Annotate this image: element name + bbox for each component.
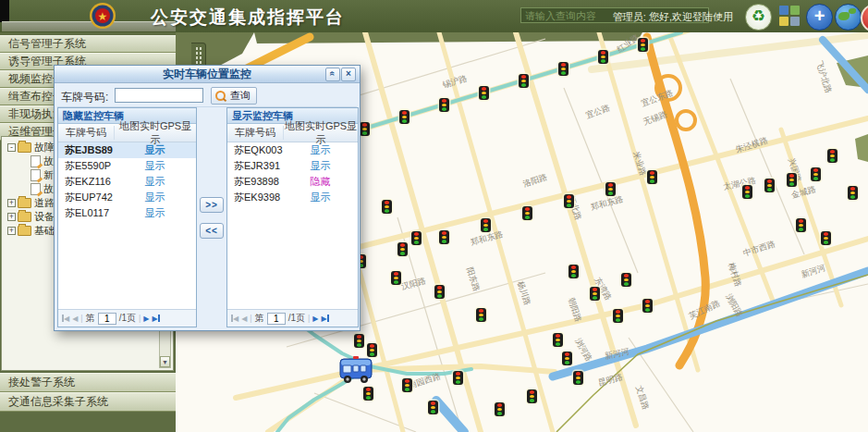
traffic-light-icon[interactable]: [354, 334, 364, 348]
traffic-light-icon[interactable]: [764, 179, 775, 192]
traffic-light-icon[interactable]: [598, 50, 608, 64]
collapse-icon[interactable]: -: [7, 143, 16, 152]
pager: ◀ ◀ | 第 /1页 | ▶ ▶: [58, 309, 196, 327]
page-number-input[interactable]: [98, 313, 116, 325]
traffic-light-icon[interactable]: [402, 378, 412, 392]
traffic-light-icon[interactable]: [573, 371, 583, 385]
add-icon[interactable]: +: [806, 4, 833, 31]
traffic-light-icon[interactable]: [363, 387, 373, 401]
traffic-light-icon[interactable]: [399, 110, 410, 124]
traffic-light-icon[interactable]: [613, 309, 623, 323]
vehicle-row[interactable]: 苏EQK003显示: [227, 142, 358, 158]
y-light: [394, 277, 398, 279]
prev-page-icon[interactable]: ◀: [241, 315, 247, 323]
vehicle-row[interactable]: 苏EJR391显示: [227, 158, 358, 174]
r-light: [456, 372, 460, 375]
vehicle-row[interactable]: 苏EJBS89显示: [58, 142, 196, 158]
traffic-light-icon[interactable]: [411, 231, 422, 245]
last-page-icon[interactable]: ▶: [322, 315, 329, 323]
show-link[interactable]: 显示: [145, 160, 165, 171]
show-link[interactable]: 显示: [311, 144, 331, 155]
sidebar-item-信号管理子系统[interactable]: 信号管理子系统: [0, 35, 176, 53]
traffic-light-icon[interactable]: [621, 273, 631, 287]
move-left-button[interactable]: <<: [200, 223, 224, 239]
sidebar-item-交通信息采集子系统[interactable]: 交通信息采集子系统: [0, 392, 176, 412]
globe-icon[interactable]: [835, 4, 862, 31]
pager-suffix: /1页: [119, 312, 136, 325]
tile: [790, 17, 800, 26]
traffic-light-icon[interactable]: [564, 194, 574, 208]
traffic-light-icon[interactable]: [553, 333, 563, 347]
scroll-down-arrow-icon[interactable]: ▼: [160, 356, 170, 367]
traffic-light-icon[interactable]: [428, 401, 438, 414]
traffic-light-icon[interactable]: [382, 200, 392, 214]
first-page-icon[interactable]: ◀: [62, 315, 69, 323]
first-page-icon[interactable]: ◀: [231, 315, 238, 323]
traffic-light-icon[interactable]: [848, 186, 858, 200]
traffic-light-icon[interactable]: [787, 173, 797, 187]
expand-icon[interactable]: +: [7, 227, 16, 235]
plate-number-input[interactable]: [115, 88, 203, 103]
last-page-icon[interactable]: ▶: [153, 315, 160, 323]
traffic-light-icon[interactable]: [527, 389, 537, 403]
traffic-light-icon[interactable]: [821, 231, 831, 245]
next-page-icon[interactable]: ▶: [143, 315, 149, 323]
sidebar-item-接处警子系统[interactable]: 接处警子系统: [0, 373, 176, 392]
vehicle-row[interactable]: 苏EL0117显示: [58, 205, 196, 221]
traffic-light-icon[interactable]: [742, 185, 752, 199]
recycle-icon[interactable]: ♻: [745, 4, 772, 31]
collapse-icon[interactable]: «: [325, 68, 340, 81]
traffic-light-icon[interactable]: [434, 285, 445, 299]
traffic-light-icon[interactable]: [638, 38, 648, 52]
show-link[interactable]: 显示: [145, 176, 165, 187]
y-light: [431, 406, 435, 409]
traffic-light-icon[interactable]: [476, 308, 486, 322]
show-link[interactable]: 显示: [311, 160, 331, 171]
power-icon[interactable]: [861, 4, 868, 32]
vehicle-row[interactable]: 苏EKZ116显示: [58, 174, 196, 190]
traffic-light-icon[interactable]: [562, 352, 572, 365]
traffic-light-icon[interactable]: [590, 287, 600, 301]
traffic-light-icon[interactable]: [827, 149, 837, 163]
y-light: [442, 104, 446, 106]
show-link[interactable]: 显示: [145, 191, 165, 203]
show-link[interactable]: 显示: [145, 207, 165, 218]
expand-icon[interactable]: +: [7, 213, 16, 221]
dialog-title-bar[interactable]: 实时车辆位置监控 « ×: [55, 66, 360, 83]
traffic-light-icon[interactable]: [495, 402, 505, 416]
traffic-light-icon[interactable]: [397, 242, 408, 256]
traffic-light-icon[interactable]: [481, 218, 491, 232]
traffic-light-icon[interactable]: [360, 122, 370, 136]
vehicle-row[interactable]: 苏E93898隐藏: [227, 174, 358, 190]
traffic-light-icon[interactable]: [439, 230, 449, 244]
traffic-light-icon[interactable]: [647, 170, 657, 184]
move-right-button[interactable]: >>: [200, 197, 224, 213]
traffic-light-icon[interactable]: [605, 182, 616, 196]
page-number-input[interactable]: [267, 313, 286, 325]
prev-page-icon[interactable]: ◀: [72, 315, 78, 323]
traffic-light-icon[interactable]: [642, 299, 653, 313]
query-button[interactable]: 查询: [211, 87, 257, 105]
vehicle-row[interactable]: 苏E5590P显示: [58, 158, 196, 174]
hide-link[interactable]: 隐藏: [311, 176, 331, 187]
traffic-light-icon[interactable]: [391, 271, 401, 285]
traffic-light-icon[interactable]: [453, 371, 463, 385]
traffic-light-icon[interactable]: [796, 218, 806, 232]
show-link[interactable]: 显示: [145, 144, 165, 155]
traffic-light-icon[interactable]: [522, 206, 532, 220]
traffic-light-icon[interactable]: [519, 74, 529, 88]
vehicle-row[interactable]: 苏EK9398显示: [227, 190, 358, 205]
traffic-light-icon[interactable]: [568, 265, 579, 278]
expand-icon[interactable]: +: [7, 199, 16, 207]
traffic-light-icon[interactable]: [558, 62, 568, 76]
next-page-icon[interactable]: ▶: [312, 315, 318, 323]
close-icon[interactable]: ×: [341, 68, 356, 81]
app-title: 公安交通集成指挥平台: [151, 6, 345, 30]
y-light: [616, 315, 620, 317]
map-tiles-icon[interactable]: [779, 6, 800, 26]
traffic-light-icon[interactable]: [439, 98, 449, 112]
vehicle-row[interactable]: 苏EUP742显示: [58, 190, 196, 205]
show-link[interactable]: 显示: [311, 191, 331, 203]
traffic-light-icon[interactable]: [479, 86, 489, 100]
traffic-light-icon[interactable]: [811, 167, 821, 181]
